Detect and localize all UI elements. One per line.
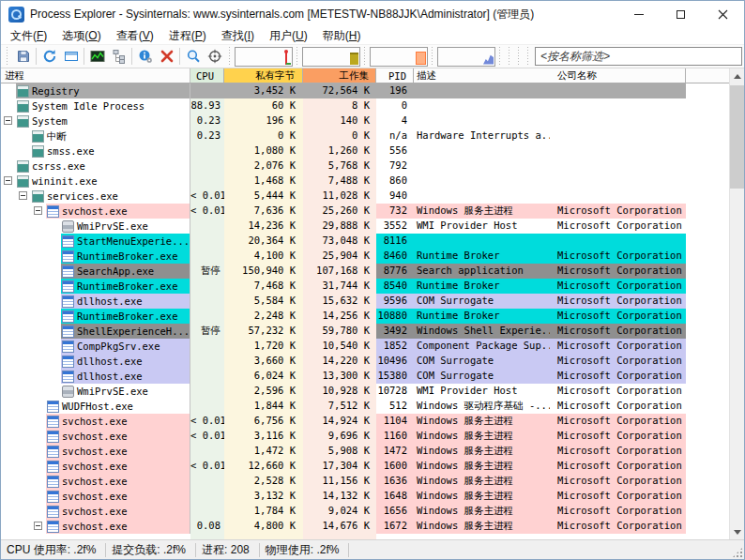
column-header-working-set[interactable]: 工作集 <box>303 68 376 83</box>
arrow-down-icon <box>734 530 741 535</box>
cell-cpu-value: < 0.01 <box>190 460 224 471</box>
cell-company: Microsoft Corporation <box>550 504 686 519</box>
cell-company-value: Microsoft Corporation <box>557 400 682 411</box>
toolbar-gripper[interactable] <box>508 47 511 66</box>
process-tree-button[interactable] <box>108 46 129 67</box>
find-handle-button[interactable] <box>182 46 204 67</box>
menu-item-options[interactable]: 选项(O) <box>54 27 108 44</box>
gpu-history-graph[interactable] <box>437 47 495 67</box>
process-row[interactable]: svchost.exe< 0.0112,660 K17,304 K1600Win… <box>1 459 729 474</box>
process-row[interactable]: RuntimeBroker.exe4,100 K25,904 K8460Runt… <box>1 249 729 264</box>
resize-grip[interactable] <box>732 547 743 558</box>
process-row[interactable]: csrss.exe2,076 K5,768 K792 <box>1 159 729 174</box>
cell-priv-value: 5,584 K <box>254 295 296 306</box>
cell-company: Microsoft Corporation <box>550 294 686 309</box>
process-row[interactable]: RuntimeBroker.exe7,468 K31,744 K8540Runt… <box>1 279 729 294</box>
menu-item-help[interactable]: 帮助(H) <box>315 27 369 44</box>
maximize-button[interactable] <box>660 1 702 27</box>
tree-collapse-toggle[interactable] <box>4 176 12 185</box>
process-row[interactable]: wininit.exe1,468 K7,488 K860 <box>1 174 729 189</box>
column-header-pid[interactable]: PID <box>376 68 414 83</box>
tree-collapse-toggle[interactable] <box>19 191 27 200</box>
menu-item-file[interactable]: 文件(F) <box>3 27 54 44</box>
process-row[interactable]: WmiPrvSE.exe2,596 K10,928 K10728WMI Prov… <box>1 384 729 399</box>
close-button[interactable] <box>702 1 744 27</box>
menu-item-view[interactable]: 查看(V) <box>109 27 161 44</box>
scrollbar-thumb[interactable] <box>730 85 744 189</box>
cell-priv: 1,080 K <box>224 144 303 159</box>
menu-item-users[interactable]: 用户(U) <box>262 27 315 44</box>
cell-priv: 150,940 K <box>224 264 303 279</box>
column-header-private-bytes[interactable]: 私有字节 <box>224 68 303 83</box>
process-row[interactable]: svchost.exe1,784 K9,024 K1656Windows 服务主… <box>1 504 729 519</box>
scroll-up-button[interactable] <box>730 68 744 83</box>
process-row[interactable]: ShellExperienceH...暂停57,232 K59,780 K349… <box>1 324 729 339</box>
process-row[interactable]: svchost.exe2,528 K11,156 K1636Windows 服务… <box>1 474 729 489</box>
column-header-company[interactable]: 公司名称 <box>550 68 686 83</box>
column-header-process[interactable]: 进程 <box>1 68 190 83</box>
process-row[interactable]: WUDFHost.exe1,844 K7,512 K512Windows 驱动程… <box>1 399 729 414</box>
cell-priv-value: 3,660 K <box>254 355 296 366</box>
commit-history-graph[interactable] <box>302 47 360 67</box>
cell-ws: 14,220 K <box>303 354 376 369</box>
cpu-usage-graph[interactable] <box>235 47 293 67</box>
process-row[interactable]: System Idle Process88.9360 K8 K0 <box>1 98 729 114</box>
process-row[interactable]: svchost.exe1,472 K5,908 K1472Windows 服务主… <box>1 444 729 459</box>
process-row[interactable]: SearchApp.exe暂停150,940 K107,168 K8776Sea… <box>1 264 729 279</box>
process-row[interactable]: dllhost.exe6,024 K13,300 K15380COM Surro… <box>1 369 729 384</box>
toolbar-gripper[interactable] <box>228 47 232 66</box>
toolbar-gripper[interactable] <box>363 47 367 66</box>
menu-item-find[interactable]: 查找(I) <box>214 27 262 44</box>
cell-ws: 107,168 K <box>303 264 376 279</box>
cell-cpu: 0.23 <box>190 129 224 144</box>
process-row[interactable]: System0.23196 K140 K4 <box>1 114 729 129</box>
tree-collapse-toggle[interactable] <box>34 206 42 215</box>
system-information-button[interactable] <box>86 46 108 67</box>
cell-priv-value: 7,468 K <box>254 280 296 291</box>
process-row[interactable]: dllhost.exe5,584 K15,632 K9596COM Surrog… <box>1 294 729 309</box>
scroll-down-button[interactable] <box>730 524 744 539</box>
io-history-graph[interactable] <box>370 47 428 67</box>
toolbar-gripper[interactable] <box>296 47 299 66</box>
toolbar-gripper[interactable] <box>431 47 434 66</box>
menu-item-process[interactable]: 进程(P) <box>161 27 214 44</box>
process-row[interactable]: StartMenuExperie...20,364 K73,048 K8116 <box>1 234 729 249</box>
cell-ws: 25,260 K <box>303 204 376 219</box>
kill-process-button[interactable] <box>156 46 177 67</box>
process-row[interactable]: 中断0.230 K0 Kn/aHardware Interrupts a... <box>1 129 729 144</box>
process-row[interactable]: svchost.exe< 0.013,116 K9,696 K1160Windo… <box>1 429 729 444</box>
column-header-cpu[interactable]: CPU <box>190 68 224 83</box>
toolbar-gripper[interactable] <box>517 47 521 66</box>
save-button[interactable] <box>12 46 34 67</box>
refresh-button[interactable] <box>38 46 60 67</box>
cell-ws: 7,512 K <box>303 399 376 414</box>
tree-collapse-toggle[interactable] <box>4 116 12 125</box>
process-row[interactable]: svchost.exe< 0.017,636 K25,260 K732Windo… <box>1 204 729 219</box>
tree-collapse-toggle[interactable] <box>34 522 42 530</box>
process-row[interactable]: Registry3,452 K72,564 K196 <box>1 83 729 98</box>
cell-pid: 1648 <box>376 489 414 504</box>
columns-button[interactable] <box>60 46 82 67</box>
find-window-button[interactable] <box>204 46 225 67</box>
vertical-scrollbar[interactable] <box>729 68 744 539</box>
cell-pid-value: 1636 <box>384 475 407 486</box>
process-row[interactable]: dllhost.exe3,660 K14,220 K10496COM Surro… <box>1 354 729 369</box>
cell-company: Microsoft Corporation <box>550 264 686 279</box>
process-row[interactable]: WmiPrvSE.exe14,236 K29,888 K3552WMI Prov… <box>1 219 729 234</box>
toolbar-gripper[interactable] <box>526 47 530 66</box>
cell-pid-value: 732 <box>389 204 407 216</box>
process-row[interactable]: svchost.exe3,132 K14,132 K1648Windows 服务… <box>1 489 729 504</box>
process-row[interactable]: svchost.exe0.084,800 K14,676 K1672Window… <box>1 519 729 534</box>
process-row[interactable]: svchost.exe< 0.016,756 K14,924 K1104Wind… <box>1 414 729 429</box>
process-row[interactable]: CompPkgSrv.exe1,720 K10,540 K1852Compone… <box>1 339 729 354</box>
toolbar-gripper[interactable] <box>498 47 502 66</box>
minimize-button[interactable] <box>617 1 660 27</box>
process-row[interactable]: RuntimeBroker.exe2,248 K14,256 K10880Run… <box>1 309 729 324</box>
process-row[interactable]: services.exe< 0.015,444 K11,028 K940 <box>1 189 729 204</box>
column-header-description[interactable]: 描述 <box>414 68 550 83</box>
cell-priv: 1,468 K <box>224 174 303 189</box>
process-row[interactable]: smss.exe1,080 K1,260 K556 <box>1 144 729 159</box>
properties-button[interactable] <box>134 46 156 67</box>
filter-by-name-input[interactable] <box>535 47 742 66</box>
toolbar-gripper[interactable] <box>6 47 9 66</box>
